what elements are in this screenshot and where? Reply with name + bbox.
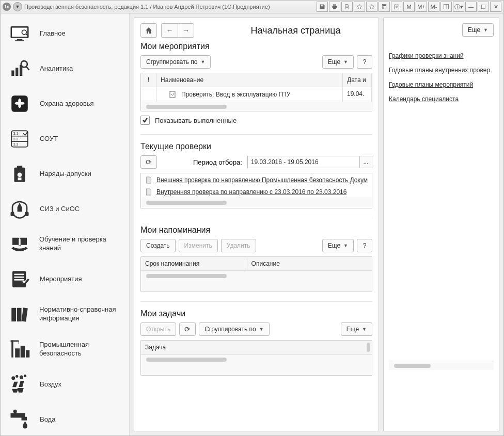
sidebar-item-permits[interactable]: Наряды-допуски	[3, 158, 127, 190]
side-link[interactable]: Годовые планы внутренних провер	[389, 67, 494, 74]
memory-mplus-icon[interactable]: M+	[416, 2, 427, 12]
more-button[interactable]: Еще▼	[462, 23, 494, 37]
svg-rect-32	[14, 279, 24, 281]
info-icon[interactable]: ⓘ▾	[453, 2, 464, 12]
sidebar-item-training[interactable]: Обучение и проверка знаний	[3, 228, 127, 260]
training-icon	[8, 232, 31, 256]
col-task[interactable]: Задача	[141, 341, 372, 354]
current-checks-section: Текущие проверки ⟳ Период отбора: ... Вн…	[140, 142, 372, 208]
home-button[interactable]	[140, 23, 157, 38]
svg-point-2	[383, 7, 384, 8]
period-input[interactable]	[247, 156, 360, 168]
reminders-table: Срок напоминания Описание	[140, 256, 372, 292]
more-button[interactable]: Еще▼	[322, 55, 354, 69]
h-scrollbar[interactable]	[141, 354, 372, 375]
svg-rect-1	[383, 5, 386, 6]
create-button[interactable]: Создать	[140, 239, 176, 252]
side-link[interactable]: Годовые планы мероприятий	[389, 81, 494, 88]
sidebar-item-label: Аналитика	[40, 64, 73, 73]
sidebar-item-industrial[interactable]: Промышленная безопасность	[3, 333, 127, 365]
sidebar-item-air[interactable]: Воздух	[3, 368, 127, 400]
svg-rect-15	[15, 68, 18, 76]
page-title: Начальная страница	[219, 25, 372, 36]
delete-button[interactable]: Удалить	[221, 239, 256, 252]
svg-rect-24	[17, 166, 23, 169]
air-icon	[8, 373, 32, 396]
svg-rect-10	[12, 28, 27, 37]
h-scrollbar[interactable]	[141, 198, 372, 207]
calendar-icon[interactable]: 31	[391, 2, 402, 12]
divider	[140, 134, 372, 135]
events-icon	[8, 267, 32, 291]
check-link[interactable]: Внутренняя проверка по направлению с 23.…	[156, 188, 346, 196]
calculator-icon[interactable]	[379, 2, 390, 12]
h-scrollbar[interactable]	[389, 361, 494, 370]
print-icon[interactable]	[329, 2, 340, 12]
svg-rect-48	[170, 91, 175, 98]
refresh-button[interactable]: ⟳	[179, 322, 196, 336]
refresh-button[interactable]: ⟳	[140, 155, 157, 169]
side-link[interactable]: Графики проверки знаний	[389, 52, 494, 59]
svg-rect-27	[11, 212, 14, 216]
back-button[interactable]: ←	[161, 23, 178, 38]
more-button[interactable]: Еще▼	[322, 239, 354, 252]
my-reminders-section: Мои напоминания Создать Изменить Удалить…	[140, 225, 372, 292]
forward-button[interactable]: →	[178, 23, 194, 38]
doc-icon[interactable]	[341, 2, 353, 12]
checks-list: Внешняя проверка по направлению Промышле…	[140, 173, 372, 208]
help-button[interactable]: ?	[357, 239, 372, 252]
show-done-label: Показывать выполненные	[155, 117, 237, 124]
help-button[interactable]: ?	[357, 55, 372, 69]
svg-rect-40	[26, 350, 29, 358]
svg-point-25	[18, 172, 22, 177]
memory-m-icon[interactable]: M	[403, 2, 415, 12]
list-item[interactable]: Внутренняя проверка по направлению с 23.…	[141, 186, 372, 198]
svg-text:3.2: 3.2	[13, 137, 19, 141]
sidebar-item-events[interactable]: Мероприятия	[3, 263, 127, 295]
sidebar-item-reference[interactable]: Нормативно-справочная информация	[3, 298, 127, 330]
maximize-icon[interactable]: ☐	[478, 2, 489, 12]
svg-point-4	[383, 8, 384, 9]
col-important[interactable]: !	[141, 73, 156, 87]
system-menu-dropdown[interactable]: ▼	[13, 2, 22, 11]
side-column: Еще▼ Графики проверки знаний Годовые пла…	[383, 18, 499, 431]
svg-rect-46	[22, 417, 27, 421]
h-scrollbar[interactable]	[141, 271, 372, 292]
sidebar-item-ppe[interactable]: СИЗ и СиОС	[3, 193, 127, 225]
group-by-button[interactable]: Сгруппировать по▼	[199, 322, 269, 336]
svg-rect-33	[11, 308, 16, 321]
minimize-icon[interactable]: —	[465, 2, 477, 12]
period-select-button[interactable]: ...	[360, 156, 372, 168]
col-desc[interactable]: Описание	[247, 257, 372, 271]
open-button[interactable]: Открыть	[140, 322, 176, 336]
sidebar-item-sout[interactable]: 3.13.23.3 СОУТ	[3, 123, 127, 155]
show-done-checkbox[interactable]	[140, 116, 150, 125]
monitor-icon	[8, 22, 32, 45]
svg-rect-14	[11, 71, 14, 76]
svg-rect-38	[15, 348, 20, 358]
list-item[interactable]: Внешняя проверка по направлению Промышле…	[141, 174, 372, 186]
sidebar-item-health[interactable]: Охрана здоровья	[3, 88, 127, 120]
check-link[interactable]: Внешняя проверка по направлению Промышле…	[156, 176, 368, 184]
memory-mminus-icon[interactable]: M-	[428, 2, 439, 12]
more-button[interactable]: Еще▼	[341, 322, 372, 336]
sidebar-item-analytics[interactable]: Аналитика	[3, 53, 127, 85]
star-alt-icon[interactable]	[366, 2, 377, 12]
star-icon[interactable]	[354, 2, 365, 12]
col-date[interactable]: Дата и	[343, 73, 372, 87]
sidebar-item-water[interactable]: Вода	[3, 403, 127, 435]
svg-rect-39	[20, 346, 25, 358]
close-icon[interactable]: ✕	[490, 2, 501, 12]
edit-button[interactable]: Изменить	[179, 239, 218, 252]
col-name[interactable]: Наименование	[156, 73, 343, 87]
side-link[interactable]: Календарь специалиста	[389, 95, 494, 103]
table-row[interactable]: Проверить: Ввод в эксплуатацию ГПУ 19.04…	[141, 87, 372, 102]
sidebar-item-main[interactable]: Главное	[3, 18, 127, 50]
svg-point-47	[13, 410, 17, 413]
group-by-button[interactable]: Сгруппировать по▼	[140, 55, 211, 69]
save-icon[interactable]	[317, 2, 328, 12]
water-icon	[8, 408, 32, 431]
col-due[interactable]: Срок напоминания	[141, 257, 247, 271]
panels-icon[interactable]	[440, 2, 452, 12]
h-scrollbar[interactable]	[141, 102, 372, 111]
